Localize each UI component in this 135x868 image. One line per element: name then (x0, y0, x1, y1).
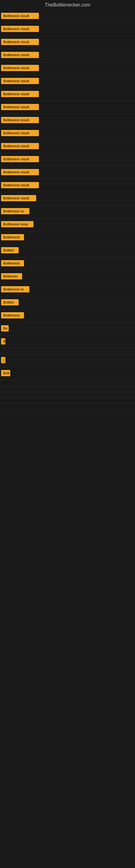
list-item: Bottleneck result (0, 49, 135, 62)
bottleneck-badge[interactable]: Bottleneck result (1, 195, 36, 201)
bottleneck-badge[interactable]: Bottleneck resul (1, 221, 34, 227)
list-item: Bottleneck result (0, 88, 135, 101)
bottleneck-badge[interactable]: Bottleneck result (1, 169, 39, 175)
list-item: Bottleneck result (0, 166, 135, 179)
list-item (0, 397, 135, 403)
bottleneck-badge[interactable]: Bottleneck result (1, 13, 39, 19)
bottleneck-badge[interactable]: Bo (1, 325, 9, 332)
bottleneck-badge[interactable]: Bottleneck result (1, 52, 39, 58)
bottleneck-badge[interactable]: Bottleneck result (1, 65, 39, 71)
list-item: Bottlenec (0, 271, 135, 283)
bottleneck-badge[interactable]: Bottleneck result (1, 39, 39, 45)
bottleneck-badge[interactable]: Bottleneck result (1, 91, 39, 97)
bottleneck-badge[interactable]: Bottlen (1, 299, 18, 305)
list-item: Bottleneck (0, 310, 135, 322)
list-item: Bottleneck result (0, 10, 135, 23)
list-item (0, 386, 135, 392)
bottleneck-badge[interactable]: Bottlenec (1, 273, 22, 279)
bottleneck-badge[interactable]: Bottleneck (1, 234, 24, 240)
list-item: Bottleneck result (0, 153, 135, 166)
bottleneck-badge[interactable]: Bottleneck result (1, 143, 39, 149)
list-item: Bottleneck result (0, 75, 135, 88)
list-item: Bottlen (0, 244, 135, 257)
bottleneck-badge[interactable]: Bottleneck result (1, 182, 39, 188)
bottleneck-badge[interactable]: Bottleneck result (1, 117, 39, 123)
list-item (0, 348, 135, 354)
list-item (0, 380, 135, 386)
list-item: Bottleneck result (0, 114, 135, 127)
list-item: Bottleneck resul (0, 218, 135, 231)
site-title: TheBottlenecker.com (0, 0, 135, 10)
bottleneck-badge[interactable]: Bottleneck result (1, 130, 39, 136)
list-item: Bottleneck result (0, 23, 135, 36)
bottleneck-badge[interactable]: Bottleneck result (1, 26, 39, 32)
bottleneck-badge[interactable]: B (1, 338, 5, 344)
list-item: Bottleneck result (0, 101, 135, 114)
list-item (0, 392, 135, 397)
list-item: Bolt (0, 367, 135, 380)
list-item: Bottleneck (0, 231, 135, 244)
bottleneck-badge[interactable]: Bottleneck re (1, 286, 30, 292)
list-item: Bottleneck re (0, 205, 135, 218)
list-item: Bottleneck re (0, 283, 135, 297)
bottleneck-badge[interactable]: Bottleneck re (1, 208, 30, 214)
list-item: Bottleneck result (0, 179, 135, 192)
list-item: Bottleneck result (0, 192, 135, 205)
list-item: Bo (0, 322, 135, 336)
bottleneck-badge[interactable]: Bottleneck result (1, 156, 39, 162)
list-item: Bottleneck (0, 257, 135, 271)
bottleneck-badge[interactable]: Bolt (1, 370, 10, 376)
list-item: Bottleneck result (0, 36, 135, 49)
list-item: | (0, 354, 135, 367)
list-item: Bottleneck result (0, 127, 135, 140)
bottleneck-badge[interactable]: Bottleneck result (1, 78, 39, 84)
list-item (0, 403, 135, 409)
list-item: Bottleneck result (0, 140, 135, 153)
list-item: Bottleneck result (0, 62, 135, 75)
list-item: Bottlen (0, 297, 135, 310)
bottleneck-badge[interactable]: Bottleneck result (1, 104, 39, 110)
bottleneck-badge[interactable]: Bottlen (1, 247, 18, 253)
bottleneck-badge[interactable]: Bottleneck (1, 260, 24, 267)
bottleneck-badge[interactable]: | (1, 357, 5, 363)
list-item: B (0, 336, 135, 348)
bottleneck-badge[interactable]: Bottleneck (1, 312, 24, 318)
